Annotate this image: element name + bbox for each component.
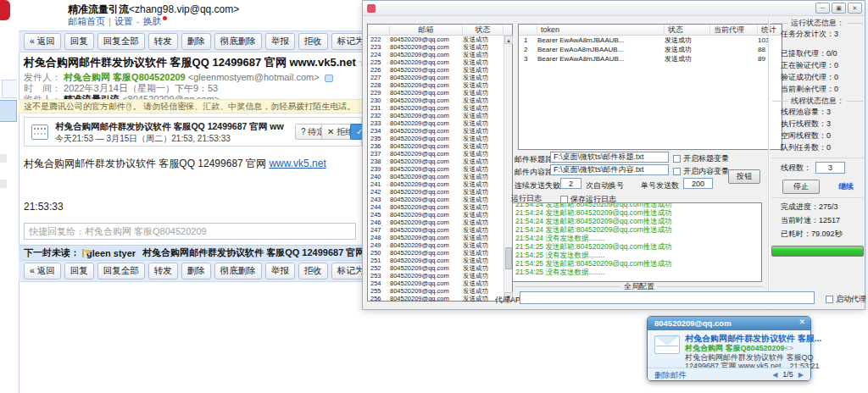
token-row[interactable]: 2Bearer EwAoA8mJBAAUB...发送成功88 [519, 45, 782, 54]
toolbar-button-reject[interactable]: 拒收 [298, 33, 328, 50]
checkbox-icon[interactable] [826, 296, 833, 303]
row-status: 发送成功 [463, 165, 504, 173]
app-titlebar[interactable]: ─ ▣ ✕ [363, 1, 865, 16]
scrollbar-thumb[interactable] [505, 247, 512, 269]
checkbox-icon[interactable] [673, 168, 681, 175]
email-row[interactable]: 254804520209@qq.com发送成功 [368, 280, 504, 287]
email-row[interactable]: 251804520209@qq.com发送成功 [368, 257, 504, 264]
toolbar-button-back[interactable]: « 返回 [24, 263, 61, 280]
title-path-input[interactable] [550, 152, 669, 163]
content-path-input[interactable] [550, 164, 669, 175]
email-row[interactable]: 228804520209@qq.com发送成功 [368, 81, 504, 89]
email-row[interactable]: 250804520209@qq.com发送成功 [368, 249, 504, 257]
nav-skin[interactable]: 换肤 [143, 16, 162, 26]
next-icon[interactable]: ▶ [798, 368, 804, 381]
email-row[interactable]: 237804520209@qq.com发送成功 [368, 150, 504, 158]
email-row[interactable]: 230804520209@qq.com发送成功 [368, 97, 504, 104]
email-row[interactable]: 232804520209@qq.com发送成功 [368, 112, 504, 119]
token-row[interactable]: 3Bearer EwAwA8mJBAAUB...发送成功89 [519, 54, 782, 64]
toolbar-button-delete[interactable]: 删除 [181, 33, 211, 50]
title-var-checkbox[interactable]: 开启标题变量 [673, 153, 729, 164]
token-row[interactable]: 1Bearer EwAwA8mJBAAUB...发送成功103 [519, 36, 782, 45]
column-header-proxy[interactable]: 当前代理 [710, 25, 758, 35]
email-row[interactable]: 222804520209@qq.com发送成功 [368, 36, 504, 43]
toolbar-button-reply[interactable]: 回复 [64, 33, 94, 50]
minimize-button[interactable]: ─ [815, 3, 830, 14]
toolbar-button-delete-forever[interactable]: 彻底删除 [214, 263, 262, 280]
run-log-box[interactable]: 21:54:24 发送邮箱:804520209@qq.com推送成功21:54:… [512, 202, 762, 282]
misc-button[interactable]: 按钮 [728, 169, 760, 184]
email-row[interactable]: 243804520209@qq.com发送成功 [368, 196, 504, 203]
column-header-status[interactable]: 状态 [463, 25, 504, 35]
email-list-header[interactable]: 邮箱 状态 [368, 25, 512, 36]
email-row[interactable]: 225804520209@qq.com发送成功 [368, 58, 504, 66]
continue-link[interactable]: 继续 [838, 181, 854, 192]
email-row[interactable]: 252804520209@qq.com发送成功 [368, 264, 504, 272]
toolbar-button-reply-all[interactable]: 回复全部 [97, 263, 145, 280]
stop-button[interactable]: 停止 [782, 180, 820, 194]
email-row[interactable]: 229804520209@qq.com发送成功 [368, 89, 504, 97]
email-row[interactable]: 227804520209@qq.com发送成功 [368, 74, 504, 81]
email-row[interactable]: 242804520209@qq.com发送成功 [368, 188, 504, 196]
email-row[interactable]: 247804520209@qq.com发送成功 [368, 226, 504, 234]
email-row[interactable]: 236804520209@qq.com发送成功 [368, 142, 504, 150]
proxy-api-input[interactable] [520, 291, 815, 304]
email-row[interactable]: 241804520209@qq.com发送成功 [368, 180, 504, 188]
content-var-checkbox[interactable]: 开启内容变量 [673, 166, 729, 177]
body-link[interactable]: www.vk5.net [269, 158, 326, 169]
email-row[interactable]: 255804520209@qq.com发送成功 [368, 287, 504, 295]
email-row[interactable]: 245804520209@qq.com发送成功 [368, 211, 504, 219]
email-row[interactable]: 224804520209@qq.com发送成功 [368, 51, 504, 58]
email-list-scrollbar[interactable]: ▲ ▼ [504, 36, 512, 301]
email-row[interactable]: 231804520209@qq.com发送成功 [368, 104, 504, 112]
column-header-email[interactable]: 邮箱 [390, 25, 463, 35]
column-header-token[interactable]: token [537, 25, 665, 35]
toolbar-button-delete-forever[interactable]: 彻底删除 [214, 33, 262, 50]
toolbar-button-report[interactable]: 举报 [265, 263, 295, 280]
column-header-index[interactable] [519, 25, 537, 35]
nav-settings[interactable]: 设置 [114, 16, 133, 26]
from-name[interactable]: 村兔合购网 客服Q804520209 [64, 72, 186, 82]
email-row[interactable]: 253804520209@qq.com发送成功 [368, 272, 504, 280]
toolbar-button-reject[interactable]: 拒收 [298, 263, 328, 280]
email-row[interactable]: 223804520209@qq.com发送成功 [368, 43, 504, 51]
email-row[interactable]: 248804520209@qq.com发送成功 [368, 234, 504, 241]
toolbar-button-report[interactable]: 举报 [265, 33, 295, 50]
thread-count-input[interactable] [815, 162, 845, 174]
email-row[interactable]: 240804520209@qq.com发送成功 [368, 173, 504, 180]
toolbar-button-delete[interactable]: 删除 [181, 263, 211, 280]
email-row[interactable]: 249804520209@qq.com发送成功 [368, 241, 504, 249]
popup-close-icon[interactable]: ✕ [798, 318, 805, 326]
email-row[interactable]: 238804520209@qq.com发送成功 [368, 158, 504, 165]
email-row[interactable]: 256804520209@qq.com发送成功 [368, 295, 504, 302]
help-icon[interactable]: ? [126, 102, 131, 111]
column-header-index[interactable] [368, 25, 390, 35]
nav-mail-home[interactable]: 邮箱首页 [68, 16, 105, 26]
maximize-button[interactable]: ▣ [832, 3, 846, 14]
quick-reply-input[interactable] [24, 223, 356, 240]
fail-count-input[interactable] [560, 178, 581, 189]
toolbar-button-reply[interactable]: 回复 [64, 263, 94, 280]
next-unread-bar[interactable]: 下一封未读： gleen styer 村兔合购网邮件群发协议软件 客服QQ 12… [19, 245, 362, 260]
email-row[interactable]: 235804520209@qq.com发送成功 [368, 135, 504, 142]
toolbar-button-reply-all[interactable]: 回复全部 [97, 33, 145, 50]
email-row[interactable]: 233804520209@qq.com发送成功 [368, 119, 504, 127]
token-list-header[interactable]: token 状态 当前代理 统计 [519, 25, 782, 36]
popup-titlebar[interactable]: 804520209@qq.com [648, 317, 810, 330]
delete-mail-link[interactable]: 删除邮件 [654, 368, 687, 381]
toolbar-button-forward[interactable]: 转发 [148, 33, 178, 50]
prev-icon[interactable]: ◀ [772, 368, 777, 381]
email-row[interactable]: 234804520209@qq.com发送成功 [368, 127, 504, 135]
email-row[interactable]: 239804520209@qq.com发送成功 [368, 165, 504, 173]
start-proxy-checkbox[interactable]: 启动代理 [826, 294, 866, 305]
toolbar-button-back[interactable]: « 返回 [24, 33, 61, 50]
scroll-up-icon[interactable]: ▲ [504, 36, 513, 44]
column-header-status[interactable]: 状态 [665, 25, 710, 35]
email-row[interactable]: 226804520209@qq.com发送成功 [368, 66, 504, 74]
close-button[interactable]: ✕ [848, 3, 862, 14]
checkbox-icon[interactable] [673, 155, 681, 163]
email-row[interactable]: 246804520209@qq.com发送成功 [368, 219, 504, 226]
toolbar-button-forward[interactable]: 转发 [148, 263, 178, 280]
email-row[interactable]: 244804520209@qq.com发送成功 [368, 203, 504, 211]
per-account-input[interactable] [683, 178, 713, 189]
